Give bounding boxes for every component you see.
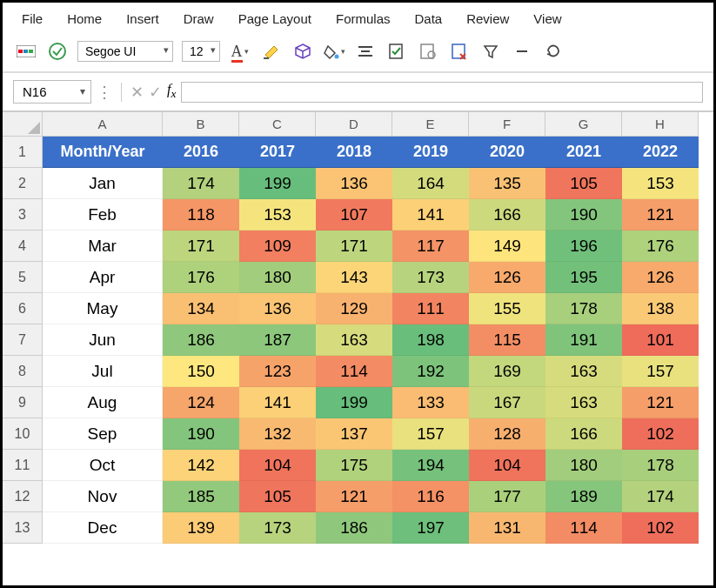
data-cell[interactable]: 155 (469, 293, 545, 324)
header-year-2022[interactable]: 2022 (622, 137, 699, 168)
month-cell-dec[interactable]: Dec (43, 512, 163, 544)
row-header-2[interactable]: 2 (3, 168, 43, 199)
data-cell[interactable]: 189 (545, 481, 622, 512)
month-cell-jul[interactable]: Jul (43, 356, 163, 387)
data-cell[interactable]: 190 (545, 199, 622, 231)
data-cell[interactable]: 149 (469, 231, 545, 262)
data-cell[interactable]: 166 (469, 199, 545, 231)
data-cell[interactable]: 137 (316, 418, 392, 450)
name-box[interactable]: N16 (13, 80, 91, 104)
fx-icon[interactable]: fx (167, 82, 176, 101)
data-cell[interactable]: 141 (392, 199, 469, 231)
data-cell[interactable]: 136 (316, 168, 392, 199)
data-cell[interactable]: 116 (392, 481, 469, 512)
data-cell[interactable]: 115 (469, 324, 545, 356)
data-cell[interactable]: 150 (163, 356, 239, 387)
row-header-8[interactable]: 8 (3, 356, 43, 387)
data-cell[interactable]: 163 (545, 356, 622, 387)
header-year-2019[interactable]: 2019 (392, 137, 469, 168)
data-cell[interactable]: 124 (163, 387, 239, 418)
data-cell[interactable]: 173 (239, 512, 316, 544)
data-cell[interactable]: 114 (545, 512, 622, 544)
data-cell[interactable]: 101 (622, 324, 699, 356)
data-cell[interactable]: 199 (239, 168, 316, 199)
data-cell[interactable]: 134 (163, 293, 239, 324)
data-cell[interactable]: 132 (239, 418, 316, 450)
data-cell[interactable]: 121 (622, 199, 699, 231)
row-header-6[interactable]: 6 (3, 293, 43, 324)
data-cell[interactable]: 180 (545, 450, 622, 481)
data-cell[interactable]: 139 (163, 512, 239, 544)
menu-data[interactable]: Data (414, 11, 442, 26)
data-cell[interactable]: 153 (239, 199, 316, 231)
font-family-select[interactable]: Segoe UI (77, 41, 173, 62)
row-header-4[interactable]: 4 (3, 231, 43, 262)
data-cell[interactable]: 117 (392, 231, 469, 262)
align-icon[interactable] (354, 40, 377, 63)
menu-view[interactable]: View (533, 11, 561, 26)
header-month-year[interactable]: Month/Year (43, 137, 163, 168)
data-cell[interactable]: 128 (469, 418, 545, 450)
column-header-c[interactable]: C (239, 112, 316, 137)
month-cell-apr[interactable]: Apr (43, 262, 163, 293)
data-cell[interactable]: 157 (392, 418, 469, 450)
menu-draw[interactable]: Draw (184, 11, 214, 26)
data-cell[interactable]: 198 (392, 324, 469, 356)
data-cell[interactable]: 186 (316, 512, 392, 544)
box-icon[interactable] (291, 40, 314, 63)
column-header-g[interactable]: G (545, 112, 622, 137)
color-bar-icon[interactable] (15, 40, 37, 63)
data-cell[interactable]: 126 (469, 262, 545, 293)
data-cell[interactable]: 131 (469, 512, 545, 544)
data-cell[interactable]: 121 (316, 481, 392, 512)
formula-input[interactable] (181, 82, 703, 103)
data-cell[interactable]: 153 (622, 168, 699, 199)
data-cell[interactable]: 166 (545, 418, 622, 450)
column-header-b[interactable]: B (163, 112, 239, 137)
column-header-h[interactable]: H (622, 112, 699, 137)
row-header-12[interactable]: 12 (3, 481, 43, 512)
menu-insert[interactable]: Insert (126, 11, 159, 26)
data-cell[interactable]: 157 (622, 356, 699, 387)
font-color-button[interactable]: A▾ (229, 40, 251, 63)
data-cell[interactable]: 126 (622, 262, 699, 293)
data-cell[interactable]: 142 (163, 450, 239, 481)
data-cell[interactable]: 194 (392, 450, 469, 481)
sheet-check-icon[interactable] (385, 40, 408, 63)
data-cell[interactable]: 191 (545, 324, 622, 356)
data-cell[interactable]: 164 (392, 168, 469, 199)
data-cell[interactable]: 178 (545, 293, 622, 324)
data-cell[interactable]: 171 (163, 231, 239, 262)
header-year-2016[interactable]: 2016 (163, 137, 239, 168)
month-cell-feb[interactable]: Feb (43, 199, 163, 231)
data-cell[interactable]: 171 (316, 231, 392, 262)
data-cell[interactable]: 174 (163, 168, 239, 199)
clear-format-icon[interactable] (260, 40, 283, 63)
font-size-select[interactable]: 12 (182, 41, 220, 62)
data-cell[interactable]: 135 (469, 168, 545, 199)
fill-color-button[interactable]: ▾ (323, 40, 345, 63)
row-header-3[interactable]: 3 (3, 199, 43, 231)
month-cell-jun[interactable]: Jun (43, 324, 163, 356)
data-cell[interactable]: 185 (163, 481, 239, 512)
data-cell[interactable]: 138 (622, 293, 699, 324)
data-cell[interactable]: 174 (622, 481, 699, 512)
month-cell-jan[interactable]: Jan (43, 168, 163, 199)
row-header-9[interactable]: 9 (3, 387, 43, 418)
row-header-10[interactable]: 10 (3, 418, 43, 450)
menu-file[interactable]: File (22, 11, 43, 26)
cancel-formula-icon[interactable]: ✕ (130, 83, 144, 102)
data-cell[interactable]: 111 (392, 293, 469, 324)
data-cell[interactable]: 105 (545, 168, 622, 199)
month-cell-nov[interactable]: Nov (43, 481, 163, 512)
data-cell[interactable]: 104 (239, 450, 316, 481)
month-cell-mar[interactable]: Mar (43, 231, 163, 262)
refresh-icon[interactable] (542, 40, 565, 63)
month-cell-may[interactable]: May (43, 293, 163, 324)
data-cell[interactable]: 192 (392, 356, 469, 387)
data-cell[interactable]: 196 (545, 231, 622, 262)
data-cell[interactable]: 190 (163, 418, 239, 450)
header-year-2018[interactable]: 2018 (316, 137, 392, 168)
row-header-1[interactable]: 1 (3, 137, 43, 168)
data-cell[interactable]: 129 (316, 293, 392, 324)
